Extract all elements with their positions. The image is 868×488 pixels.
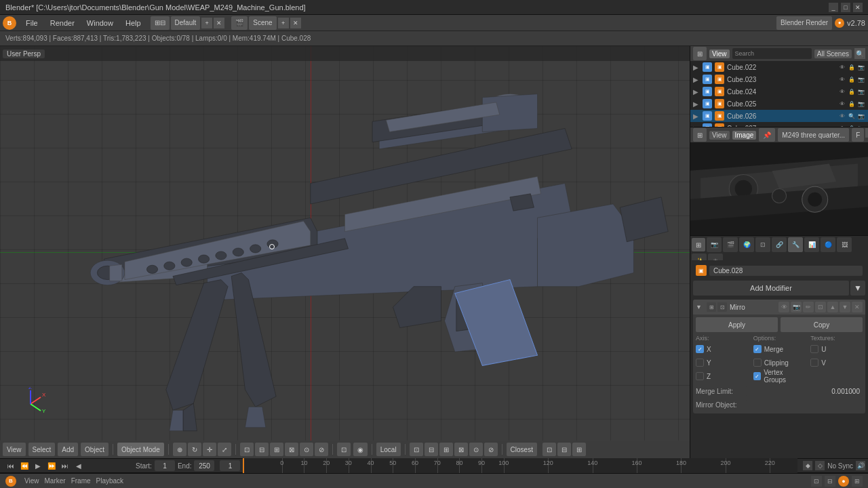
- orient-4[interactable]: ⊠: [454, 443, 468, 456]
- scale-btn[interactable]: ⤢: [218, 443, 231, 456]
- pivot-select[interactable]: Closest: [507, 443, 537, 456]
- mod-cage-btn[interactable]: ⊡: [815, 302, 826, 312]
- mod-icon-2[interactable]: ⊡: [717, 302, 727, 312]
- end-value[interactable]: 250: [194, 460, 214, 471]
- audio-btn[interactable]: 🔊: [856, 461, 865, 470]
- render-icon-2[interactable]: 📷: [857, 87, 865, 96]
- status-icon-2[interactable]: ⊟: [825, 476, 835, 487]
- prop-tab-modifiers[interactable]: 🔧: [788, 237, 803, 252]
- layout-close-btn[interactable]: ✕: [214, 18, 224, 28]
- visibility-eye-5[interactable]: 👁: [838, 124, 846, 127]
- visibility-eye-4[interactable]: 👁: [838, 112, 846, 120]
- orient-5[interactable]: ⊙: [469, 443, 483, 456]
- image-image-btn[interactable]: Image: [732, 131, 757, 140]
- status-icon-1[interactable]: ⊡: [811, 476, 822, 487]
- select-menu-btn[interactable]: Select: [28, 443, 56, 456]
- tex-u-checkbox[interactable]: [810, 345, 818, 353]
- global-orient-btn[interactable]: ⊕: [173, 443, 186, 456]
- outliner-item-cube025[interactable]: ▶ ▣ ▣ Cube.025 👁 🔒 📷: [690, 98, 868, 110]
- current-frame-value[interactable]: 1: [220, 460, 240, 471]
- screen-layout-icons[interactable]: ⊞⊟: [151, 16, 170, 30]
- prop-tab-constraints[interactable]: 🔗: [772, 237, 787, 252]
- transform-tool-3[interactable]: ⊞: [270, 443, 283, 456]
- mode-select[interactable]: Object Mode: [117, 443, 164, 456]
- render-icon-5[interactable]: 📷: [857, 124, 865, 127]
- keyframe-btn[interactable]: ◆: [803, 461, 812, 470]
- proportional-btn[interactable]: ◉: [353, 443, 368, 456]
- transform-tool-2[interactable]: ⊟: [255, 443, 269, 456]
- window-menu[interactable]: Window: [81, 18, 119, 28]
- close-button[interactable]: ✕: [853, 3, 863, 12]
- prop-tab-material[interactable]: 🔵: [821, 237, 835, 252]
- status-marker-label[interactable]: Marker: [45, 477, 66, 485]
- merge-checkbox[interactable]: ✓: [753, 345, 762, 353]
- add-menu-btn[interactable]: Add: [58, 443, 78, 456]
- lock-icon-3[interactable]: 🔒: [848, 100, 856, 108]
- outliner-header-icon[interactable]: ⊞: [693, 47, 707, 60]
- misc-btn-3[interactable]: ⊞: [572, 443, 586, 456]
- mod-delete-btn[interactable]: ✕: [852, 302, 863, 312]
- viewport-view-btn[interactable]: User Persp: [3, 49, 45, 58]
- render-icon-3[interactable]: 📷: [857, 100, 865, 108]
- prop-tab-texture[interactable]: 🖼: [837, 237, 852, 252]
- image-name-select[interactable]: M249 three quarter...: [778, 128, 849, 142]
- props-icon-btn[interactable]: ⊞: [692, 238, 705, 251]
- prop-tab-render[interactable]: 📷: [707, 237, 722, 252]
- search-icon-4[interactable]: 🔍: [848, 112, 856, 120]
- layout-select[interactable]: Default: [171, 16, 201, 30]
- copy-button[interactable]: Copy: [781, 317, 863, 332]
- mod-realtime-btn[interactable]: 👁: [778, 302, 789, 312]
- prop-tab-object[interactable]: ⊡: [755, 237, 770, 252]
- mod-icon-1[interactable]: ⊞: [707, 302, 716, 312]
- file-menu[interactable]: File: [20, 18, 43, 28]
- visibility-eye-2[interactable]: 👁: [838, 87, 846, 96]
- status-playback-label[interactable]: Playback: [96, 477, 124, 485]
- misc-btn-1[interactable]: ⊡: [542, 443, 556, 456]
- lock-icon-1[interactable]: 🔒: [848, 75, 856, 83]
- space-select[interactable]: Local: [376, 443, 401, 456]
- prev-frame-btn[interactable]: ⏪: [19, 460, 30, 471]
- transform-tool-4[interactable]: ⊠: [285, 443, 298, 456]
- rotate-btn[interactable]: ↻: [188, 443, 201, 456]
- add-modifier-button[interactable]: Add Modifier: [693, 281, 849, 296]
- mod-render-btn[interactable]: 📷: [791, 302, 802, 312]
- status-view-label[interactable]: View: [24, 477, 39, 485]
- outliner-view-btn[interactable]: View: [709, 49, 730, 58]
- prop-tab-data[interactable]: 📊: [804, 237, 819, 252]
- minimize-button[interactable]: _: [829, 3, 838, 12]
- outliner-item-cube022[interactable]: ▶ ▣ ▣ Cube.022 👁 🔒 📷: [690, 61, 868, 73]
- start-value[interactable]: 1: [155, 460, 175, 471]
- next-frame-btn[interactable]: ⏩: [46, 460, 57, 471]
- timeline-ruler[interactable]: 0 10 20 30 40 50 60 70 80 90 100 120 140…: [243, 458, 797, 473]
- orient-1[interactable]: ⊡: [410, 443, 423, 456]
- render-icon-0[interactable]: 📷: [857, 63, 865, 71]
- vertex-groups-checkbox[interactable]: ✓: [753, 372, 761, 380]
- scene-close-btn[interactable]: ✕: [290, 18, 301, 28]
- clipping-checkbox[interactable]: [753, 359, 762, 367]
- translate-btn[interactable]: ✛: [203, 443, 216, 456]
- help-menu[interactable]: Help: [120, 18, 146, 28]
- orient-3[interactable]: ⊞: [439, 443, 453, 456]
- render-icon-4[interactable]: 📷: [857, 112, 865, 120]
- outliner-search-icon[interactable]: 🔍: [854, 48, 865, 59]
- visibility-eye-3[interactable]: 👁: [838, 100, 846, 108]
- status-record-btn[interactable]: ●: [838, 476, 849, 487]
- jump-start-btn[interactable]: ⏮: [5, 460, 16, 471]
- render-icon-1[interactable]: 📷: [857, 75, 865, 83]
- image-view-btn[interactable]: View: [709, 131, 730, 140]
- mod-edit-btn[interactable]: ✏: [803, 302, 814, 312]
- modifier-collapse-btn[interactable]: ▼: [696, 304, 704, 310]
- status-icon-3[interactable]: ⊞: [852, 476, 863, 487]
- axis-z-checkbox[interactable]: [696, 372, 704, 380]
- render-menu[interactable]: Render: [45, 18, 80, 28]
- maximize-button[interactable]: □: [841, 3, 850, 12]
- prop-tab-world[interactable]: 🌍: [739, 237, 754, 252]
- image-viewer-icon[interactable]: ⊞: [693, 128, 707, 142]
- lock-icon-5[interactable]: 🔒: [848, 124, 856, 127]
- visibility-eye-1[interactable]: 👁: [838, 75, 846, 83]
- mod-move-up-btn[interactable]: ▲: [827, 302, 838, 312]
- add-modifier-expand-btn[interactable]: ▼: [850, 281, 865, 296]
- lock-icon-2[interactable]: 🔒: [848, 87, 856, 96]
- image-pin-btn[interactable]: 📌: [759, 128, 775, 142]
- scene-icon-btn[interactable]: 🎬: [231, 16, 248, 30]
